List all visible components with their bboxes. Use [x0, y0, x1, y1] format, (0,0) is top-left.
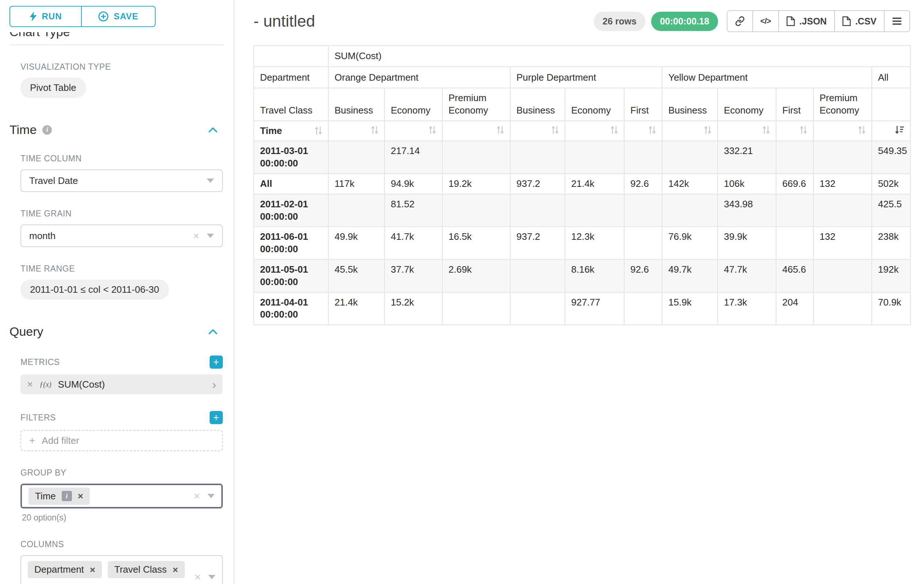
pivot-cell — [624, 292, 662, 325]
pivot-cell: 343.98 — [718, 194, 776, 227]
query-section-header[interactable]: Query — [10, 324, 223, 339]
sort-icon[interactable] — [704, 126, 711, 134]
sort-icon[interactable] — [858, 126, 866, 134]
pivot-cell: 92.6 — [624, 174, 662, 194]
pivot-cell — [813, 292, 872, 325]
column-sort-header[interactable] — [565, 121, 624, 141]
group-by-value-pill[interactable]: Timei× — [28, 488, 90, 505]
remove-icon[interactable]: × — [173, 565, 178, 574]
metric-header: SUM(Cost) — [328, 46, 911, 67]
pivot-cell: 502k — [872, 174, 911, 194]
remove-metric-icon[interactable]: × — [27, 378, 33, 390]
more-menu-button[interactable] — [884, 10, 910, 32]
pivot-cell — [776, 194, 813, 227]
viz-type-pill[interactable]: Pivot Table — [20, 78, 86, 98]
sort-icon[interactable] — [551, 126, 559, 134]
column-sort-header[interactable] — [328, 121, 384, 141]
group-by-select[interactable]: Timei× × — [20, 484, 223, 508]
column-sort-header[interactable] — [718, 121, 776, 141]
pill-label: Department — [34, 564, 84, 575]
pivot-cell — [624, 141, 662, 174]
column-sort-header[interactable] — [662, 121, 718, 141]
group-by-options-hint: 20 option(s) — [22, 513, 223, 523]
group-by-label-row: GROUP BY — [20, 468, 223, 478]
run-save-button-group: RUN SAVE — [10, 6, 223, 27]
query-section-title: Query — [10, 324, 43, 339]
pivot-row: 2011-06-01 00:00:0049.9k41.7k16.5k937.21… — [254, 227, 911, 260]
export-json-button[interactable]: .JSON — [779, 10, 835, 32]
run-button-label: RUN — [42, 12, 62, 21]
info-icon: i — [62, 491, 72, 501]
pivot-cell: 669.6 — [776, 174, 813, 194]
time-section-header[interactable]: Time i — [10, 123, 223, 137]
pivot-cell: 49.9k — [328, 227, 384, 260]
sort-icon[interactable] — [800, 126, 807, 134]
col-header: Economy — [565, 88, 624, 121]
pivot-cell: 49.7k — [662, 260, 718, 292]
clear-icon[interactable]: × — [193, 230, 200, 241]
column-sort-header[interactable] — [384, 121, 442, 141]
chevron-up-icon[interactable] — [208, 127, 218, 133]
run-button[interactable]: RUN — [10, 6, 82, 27]
pivot-cell: 465.6 — [776, 260, 813, 292]
time-grain-select[interactable]: month × — [20, 224, 223, 247]
hamburger-icon — [892, 17, 902, 26]
metrics-label: METRICS — [20, 357, 60, 367]
sort-icon[interactable] — [429, 126, 436, 134]
columns-value-pill[interactable]: Travel Class× — [108, 561, 185, 578]
metric-item[interactable]: × ƒ(x) SUM(Cost) › — [20, 375, 223, 394]
add-filter-button[interactable]: + — [210, 411, 223, 424]
row-dimension-header[interactable]: Time — [254, 121, 328, 141]
columns-value-pill[interactable]: Department× — [28, 561, 102, 578]
sort-icon[interactable] — [648, 126, 656, 134]
remove-icon[interactable]: × — [78, 491, 83, 501]
chart-title[interactable]: - untitled — [254, 12, 315, 30]
col-header: Premium Economy — [813, 88, 872, 121]
column-sort-header[interactable] — [813, 121, 872, 141]
export-button-group: </> .JSON .CSV — [727, 10, 910, 32]
column-sort-header[interactable] — [624, 121, 662, 141]
sort-icon[interactable] — [610, 126, 618, 134]
add-metric-button[interactable]: + — [210, 355, 223, 368]
chart-header: - untitled 26 rows 00:00:00.18 </> .JSON — [254, 10, 910, 32]
sort-icon[interactable] — [315, 127, 322, 135]
col-dimension-label: Department — [254, 67, 328, 88]
sort-icon[interactable] — [762, 126, 770, 134]
section-divider — [10, 44, 223, 45]
pivot-cell: 217.14 — [384, 141, 442, 174]
chart-header-toolbar: 26 rows 00:00:00.18 </> .JSON . — [594, 10, 910, 32]
time-range-pill[interactable]: 2011-01-01 ≤ col < 2011-06-30 — [20, 280, 169, 299]
sort-icon[interactable] — [371, 126, 378, 134]
pivot-cell — [510, 194, 565, 227]
column-sort-header[interactable] — [442, 121, 510, 141]
chevron-right-icon[interactable]: › — [212, 378, 216, 391]
sort-descending-icon[interactable] — [895, 126, 904, 134]
col-header: Premium Economy — [442, 88, 510, 121]
export-csv-button[interactable]: .CSV — [835, 10, 884, 32]
copy-link-button[interactable] — [727, 10, 753, 32]
clear-icon[interactable]: × — [193, 490, 200, 502]
pivot-cell: 15.9k — [662, 292, 718, 325]
pivot-cell — [624, 227, 662, 260]
column-sort-header[interactable] — [776, 121, 813, 141]
pivot-cell — [624, 194, 662, 227]
col-header: First — [624, 88, 662, 121]
pivot-cell — [328, 141, 384, 174]
save-button[interactable]: SAVE — [82, 6, 155, 27]
embed-code-button[interactable]: </> — [753, 10, 779, 32]
pivot-cell: 19.2k — [442, 174, 510, 194]
clear-icon[interactable]: × — [194, 572, 201, 582]
time-column-select[interactable]: Travel Date — [20, 169, 223, 192]
pivot-cell: 937.2 — [510, 227, 565, 260]
chevron-down-icon — [208, 494, 215, 498]
chevron-up-icon[interactable] — [208, 329, 218, 335]
pivot-cell — [776, 227, 813, 260]
pivot-cell: 45.5k — [328, 260, 384, 292]
pivot-cell: 21.4k — [328, 292, 384, 325]
remove-icon[interactable]: × — [90, 565, 95, 574]
column-sort-header[interactable] — [510, 121, 565, 141]
add-filter-dropzone[interactable]: + Add filter — [20, 430, 223, 451]
sort-icon[interactable] — [497, 126, 504, 134]
column-sort-header[interactable] — [872, 121, 911, 141]
columns-select[interactable]: Department×Travel Class× × — [20, 555, 223, 584]
